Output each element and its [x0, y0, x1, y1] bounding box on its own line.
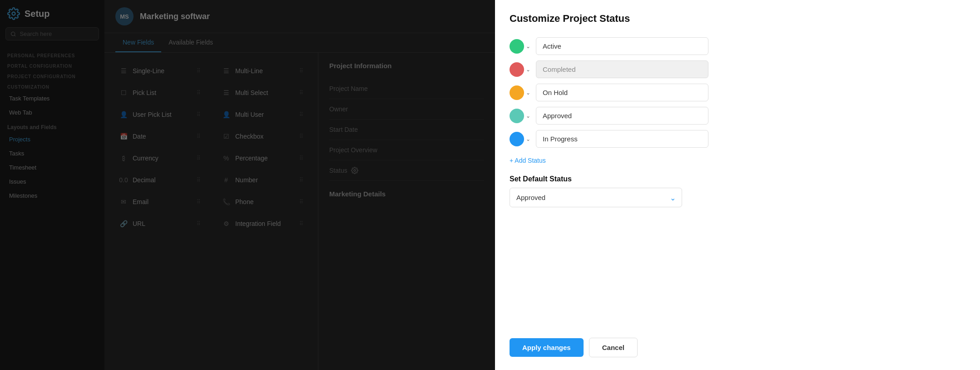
- drag-handle-11[interactable]: ⠿: [299, 177, 303, 183]
- form-field-row-2: Start Date: [329, 120, 484, 140]
- field-label-11: Number: [235, 176, 258, 184]
- color-dot-1: [510, 62, 524, 77]
- sidebar-item-web-tab[interactable]: Web Tab: [0, 105, 104, 120]
- color-selector-3[interactable]: ⌄: [510, 109, 530, 123]
- field-item-multi-user[interactable]: 👤 Multi User ⠿: [218, 105, 307, 124]
- field-item-email[interactable]: ✉ Email ⠿: [115, 193, 204, 211]
- color-dot-0: [510, 39, 524, 54]
- field-label-9: Percentage: [235, 155, 268, 162]
- app-header: Setup: [0, 7, 104, 27]
- form-field-label-2: Start Date: [329, 126, 358, 133]
- default-status-select[interactable]: ActiveCompletedOn HoldApprovedIn Progres…: [510, 188, 682, 207]
- color-dot-3: [510, 109, 524, 123]
- status-row-2: ⌄: [510, 84, 965, 101]
- form-field-label-3: Project Overview: [329, 146, 377, 154]
- status-input-1[interactable]: [536, 60, 708, 78]
- color-dot-4: [510, 132, 524, 146]
- color-selector-1[interactable]: ⌄: [510, 62, 530, 77]
- field-item-integration-field[interactable]: ⚙ Integration Field ⠿: [218, 215, 307, 233]
- field-item-percentage[interactable]: % Percentage ⠿: [218, 149, 307, 167]
- field-label-12: Email: [133, 198, 148, 205]
- color-selector-2[interactable]: ⌄: [510, 85, 530, 100]
- sidebar-item-milestones[interactable]: Milestones: [0, 189, 104, 203]
- customize-panel-title: Customize Project Status: [510, 13, 965, 25]
- field-item-number[interactable]: # Number ⠿: [218, 171, 307, 189]
- status-input-0[interactable]: [536, 37, 708, 55]
- field-item-url[interactable]: 🔗 URL ⠿: [115, 215, 204, 233]
- search-bar[interactable]: [5, 27, 99, 40]
- status-input-3[interactable]: [536, 107, 708, 125]
- drag-handle-4[interactable]: ⠿: [197, 111, 201, 118]
- field-item-user-pick-list[interactable]: 👤 User Pick List ⠿: [115, 105, 204, 124]
- field-item-pick-list[interactable]: ☐ Pick List ⠿: [115, 84, 204, 102]
- drag-handle-2[interactable]: ⠿: [197, 90, 201, 96]
- color-selector-0[interactable]: ⌄: [510, 39, 530, 54]
- drag-handle-9[interactable]: ⠿: [299, 155, 303, 161]
- avatar: MS: [115, 7, 134, 25]
- field-icon-0: ☰: [119, 66, 128, 75]
- sidebar-item-projects[interactable]: Projects: [0, 132, 104, 146]
- field-item-single-line[interactable]: ☰ Single-Line ⠿: [115, 62, 204, 80]
- search-input[interactable]: [20, 30, 94, 37]
- color-dot-2: [510, 85, 524, 100]
- field-item-date[interactable]: 📅 Date ⠿: [115, 127, 204, 145]
- drag-handle-0[interactable]: ⠿: [197, 68, 201, 74]
- form-field-label-1: Owner: [329, 105, 348, 113]
- field-icon-15: ⚙: [222, 219, 231, 228]
- form-field-label-0: Project Name: [329, 85, 368, 92]
- field-item-multi-line[interactable]: ☰ Multi-Line ⠿: [218, 62, 307, 80]
- field-label-0: Single-Line: [133, 67, 164, 75]
- drag-handle-3[interactable]: ⠿: [299, 90, 303, 96]
- section-personal: PERSONAL PREFERENCES: [0, 50, 104, 60]
- field-label-10: Decimal: [133, 176, 156, 184]
- field-item-checkbox[interactable]: ☑ Checkbox ⠿: [218, 127, 307, 145]
- drag-handle-8[interactable]: ⠿: [197, 155, 201, 161]
- drag-handle-5[interactable]: ⠿: [299, 111, 303, 118]
- field-icon-8: ₿: [119, 154, 128, 163]
- field-item-currency[interactable]: ₿ Currency ⠿: [115, 149, 204, 167]
- drag-handle-1[interactable]: ⠿: [299, 68, 303, 74]
- field-icon-11: #: [222, 175, 231, 185]
- drag-handle-7[interactable]: ⠿: [299, 133, 303, 140]
- marketing-details-title: Marketing Details: [329, 190, 484, 198]
- drag-handle-10[interactable]: ⠿: [197, 177, 201, 183]
- field-item-decimal[interactable]: 0.0 Decimal ⠿: [115, 171, 204, 189]
- settings-icon: [351, 167, 358, 174]
- tabs-bar: New Fields Available Fields: [104, 33, 495, 53]
- sidebar-item-task-templates[interactable]: Task Templates: [0, 91, 104, 105]
- field-icon-14: 🔗: [119, 219, 128, 228]
- chevron-icon-2: ⌄: [526, 90, 530, 96]
- drag-handle-12[interactable]: ⠿: [197, 199, 201, 205]
- app-title: Setup: [25, 9, 50, 19]
- field-icon-12: ✉: [119, 197, 128, 206]
- drag-handle-14[interactable]: ⠿: [197, 220, 201, 227]
- form-field-row-4: Status: [329, 160, 484, 181]
- sidebar-item-timesheet[interactable]: Timesheet: [0, 160, 104, 175]
- apply-changes-button[interactable]: Apply changes: [510, 338, 584, 357]
- add-status-button[interactable]: + Add Status: [510, 157, 965, 164]
- field-label-14: URL: [133, 220, 145, 227]
- cancel-button[interactable]: Cancel: [589, 338, 638, 357]
- field-icon-10: 0.0: [119, 175, 128, 185]
- form-field-label-4: Status: [329, 167, 347, 174]
- sidebar: Setup PERSONAL PREFERENCES PORTAL CONFIG…: [0, 0, 104, 370]
- drag-handle-15[interactable]: ⠿: [299, 220, 303, 227]
- status-input-4[interactable]: [536, 130, 708, 148]
- status-input-2[interactable]: [536, 84, 708, 101]
- project-info-title: Project Information: [329, 62, 484, 70]
- field-icon-3: ☰: [222, 88, 231, 97]
- field-item-phone[interactable]: 📞 Phone ⠿: [218, 193, 307, 211]
- fields-panel: ☰ Single-Line ⠿ ☰ Multi-Line ⠿ ☐ Pick Li…: [104, 53, 318, 370]
- section-customization: CUSTOMIZATION: [0, 81, 104, 91]
- sidebar-item-tasks[interactable]: Tasks: [0, 146, 104, 160]
- chevron-icon-3: ⌄: [526, 113, 530, 119]
- tab-new-fields[interactable]: New Fields: [115, 33, 161, 52]
- drag-handle-13[interactable]: ⠿: [299, 199, 303, 205]
- field-label-1: Multi-Line: [235, 67, 263, 75]
- action-buttons: Apply changes Cancel: [510, 338, 965, 357]
- color-selector-4[interactable]: ⌄: [510, 132, 530, 146]
- drag-handle-6[interactable]: ⠿: [197, 133, 201, 140]
- sidebar-item-issues[interactable]: Issues: [0, 175, 104, 189]
- field-item-multi-select[interactable]: ☰ Multi Select ⠿: [218, 84, 307, 102]
- tab-available-fields[interactable]: Available Fields: [161, 33, 220, 52]
